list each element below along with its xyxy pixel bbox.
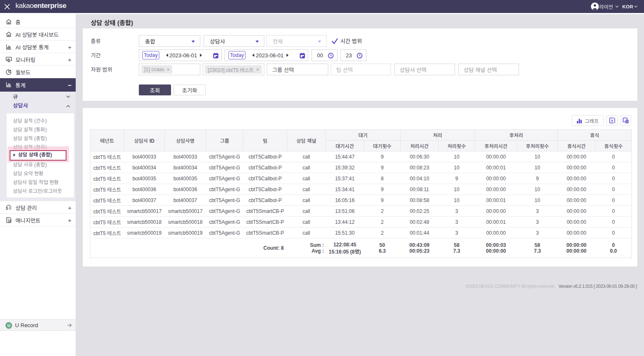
svg-text:x: x: [611, 118, 613, 123]
svg-text:U: U: [8, 323, 10, 328]
